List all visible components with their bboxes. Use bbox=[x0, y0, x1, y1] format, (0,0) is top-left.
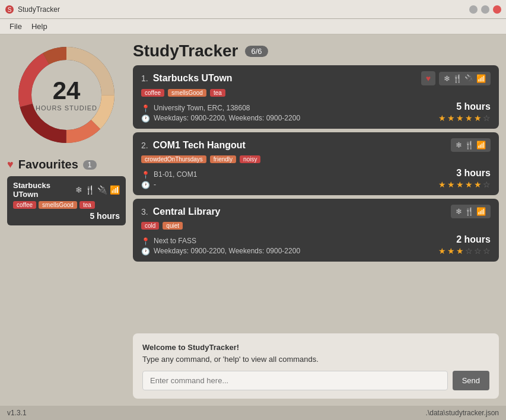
card-2-name-row: 2. COM1 Tech Hangout bbox=[141, 140, 246, 151]
card-3-wifi-icon: 📶 bbox=[476, 207, 486, 216]
clock-icon-2: 🕐 bbox=[141, 181, 150, 189]
card-2-address-line: 📍 B1-01, COM1 bbox=[141, 170, 197, 179]
card-3-tag-quiet: quiet bbox=[163, 222, 183, 230]
card-2-actions: ❄ 🍴 📶 bbox=[451, 138, 491, 152]
card-1-amenities: ❄ 🍴 🔌 📶 bbox=[439, 72, 491, 85]
card-2-tags: crowdedOnThursdays friendly noisy bbox=[141, 155, 491, 163]
star-3: ★ bbox=[456, 113, 464, 123]
card-2-tag-friendly: friendly bbox=[210, 155, 236, 163]
card-1-wifi-icon: 📶 bbox=[476, 74, 486, 83]
card-2-tag-noisy: noisy bbox=[240, 155, 260, 163]
star-2-6: ☆ bbox=[483, 180, 491, 189]
star-4: ★ bbox=[465, 113, 473, 123]
star-3-3: ★ bbox=[456, 246, 464, 256]
card-3-stars: ★ ★ ★ ☆ ☆ ☆ bbox=[438, 246, 491, 256]
close-button[interactable] bbox=[493, 5, 501, 14]
star-5: ★ bbox=[474, 113, 482, 123]
clock-icon: 🕐 bbox=[141, 114, 150, 123]
welcome-line1: Welcome to StudyTracker! bbox=[142, 343, 239, 352]
favourites-header: ♥ Favourites 1 bbox=[7, 158, 126, 171]
card-3-number: 3. bbox=[141, 207, 148, 217]
command-input[interactable] bbox=[142, 371, 448, 390]
card-1-food-icon: 🍴 bbox=[453, 74, 462, 83]
fav-amenity-power-icon: 🔌 bbox=[97, 185, 107, 195]
file-path-label: .\data\studytracker.json bbox=[426, 409, 499, 417]
card-3-actions: ❄ 🍴 📶 bbox=[451, 205, 491, 218]
card-2-wifi-icon: 📶 bbox=[476, 141, 486, 149]
fav-hours: 5 hours bbox=[13, 211, 120, 221]
card-3-info-right: 2 hours ★ ★ ★ ☆ ☆ ☆ bbox=[438, 234, 491, 256]
card-2-cold-icon: ❄ bbox=[456, 141, 462, 149]
star-3-6: ☆ bbox=[483, 246, 491, 256]
donut-chart: 24 HOURS STUDIED bbox=[13, 42, 120, 148]
card-2-info: 📍 B1-01, COM1 🕐 - 3 hours ★ ★ bbox=[141, 168, 491, 189]
command-panel: Welcome to StudyTracker! Type any comman… bbox=[133, 333, 499, 399]
menu-file[interactable]: File bbox=[5, 21, 27, 32]
card-1-info-right: 5 hours ★ ★ ★ ★ ★ ☆ bbox=[438, 101, 491, 123]
location-card-3: 3. Central Library ❄ 🍴 📶 cold quiet bbox=[133, 199, 499, 262]
star-2-2: ★ bbox=[447, 180, 455, 189]
location-pin-icon-2: 📍 bbox=[141, 171, 150, 179]
card-3-cold-icon: ❄ bbox=[456, 207, 462, 216]
card-1-tag-coffee: coffee bbox=[141, 89, 164, 97]
card-3-tags: cold quiet bbox=[141, 222, 491, 230]
restore-button[interactable] bbox=[481, 5, 489, 14]
star-3-2: ★ bbox=[447, 246, 455, 256]
card-2-stars: ★ ★ ★ ★ ★ ☆ bbox=[438, 180, 491, 189]
location-pin-icon: 📍 bbox=[141, 104, 150, 113]
card-1-tag-smells: smellsGood bbox=[168, 89, 206, 97]
donut-center: 24 HOURS STUDIED bbox=[36, 78, 97, 112]
card-1-stars: ★ ★ ★ ★ ★ ☆ bbox=[438, 113, 491, 123]
card-1-info-left: 📍 University Town, ERC, 138608 🕐 Weekday… bbox=[141, 104, 300, 123]
card-3-amenities: ❄ 🍴 📶 bbox=[451, 205, 491, 218]
command-input-row: Send bbox=[142, 371, 489, 390]
donut-label: HOURS STUDIED bbox=[36, 104, 97, 112]
card-1-top: 1. Starbucks UTown ♥ ❄ 🍴 🔌 📶 bbox=[141, 71, 491, 85]
card-1-heart-button[interactable]: ♥ bbox=[421, 71, 435, 85]
minimize-button[interactable] bbox=[469, 5, 478, 14]
title-bar-title: StudyTracker bbox=[18, 5, 469, 14]
location-pin-icon-3: 📍 bbox=[141, 237, 150, 246]
star-2-5: ★ bbox=[474, 180, 482, 189]
card-2-hours-op: - bbox=[154, 180, 156, 189]
card-2-address: B1-01, COM1 bbox=[154, 170, 197, 179]
fav-card-name: Starbucks UTown bbox=[13, 181, 75, 199]
card-1-name-row: 1. Starbucks UTown bbox=[141, 73, 233, 84]
fav-amenity-food-icon: 🍴 bbox=[85, 185, 95, 195]
card-3-name-row: 3. Central Library bbox=[141, 206, 221, 217]
menu-help[interactable]: Help bbox=[27, 21, 52, 32]
star-2-3: ★ bbox=[456, 180, 464, 189]
star-2-4: ★ bbox=[465, 180, 473, 189]
card-1-power-icon: 🔌 bbox=[464, 74, 474, 83]
donut-hours: 24 bbox=[36, 78, 97, 103]
location-card-1: 1. Starbucks UTown ♥ ❄ 🍴 🔌 📶 c bbox=[133, 65, 499, 129]
star-1: ★ bbox=[438, 113, 446, 123]
svg-text:S: S bbox=[8, 7, 12, 13]
card-3-name: Central Library bbox=[153, 206, 221, 217]
menu-bar: File Help bbox=[0, 19, 506, 34]
version-label: v1.3.1 bbox=[7, 409, 27, 417]
title-bar-controls bbox=[469, 5, 501, 14]
main-content: 24 HOURS STUDIED ♥ Favourites 1 Starbuck… bbox=[0, 34, 506, 406]
command-welcome: Welcome to StudyTracker! Type any comman… bbox=[142, 342, 489, 365]
card-3-info-left: 📍 Next to FASS 🕐 Weekdays: 0900-2200, We… bbox=[141, 237, 300, 256]
card-3-food-icon: 🍴 bbox=[464, 207, 474, 216]
card-1-info: 📍 University Town, ERC, 138608 🕐 Weekday… bbox=[141, 101, 491, 123]
card-3-info: 📍 Next to FASS 🕐 Weekdays: 0900-2200, We… bbox=[141, 234, 491, 256]
card-2-info-left: 📍 B1-01, COM1 🕐 - bbox=[141, 170, 197, 189]
card-2-food-icon: 🍴 bbox=[464, 141, 474, 149]
location-card-2: 2. COM1 Tech Hangout ❄ 🍴 📶 crowdedOnThur… bbox=[133, 132, 499, 195]
card-1-study-hours: 5 hours bbox=[438, 101, 491, 112]
favourites-section: ♥ Favourites 1 Starbucks UTown ❄ 🍴 🔌 📶 c… bbox=[7, 158, 126, 225]
left-panel: 24 HOURS STUDIED ♥ Favourites 1 Starbuck… bbox=[7, 42, 126, 399]
fav-amenity-cold-icon: ❄ bbox=[75, 185, 82, 195]
send-button[interactable]: Send bbox=[453, 371, 489, 390]
star-6: ☆ bbox=[483, 113, 491, 123]
card-2-info-right: 3 hours ★ ★ ★ ★ ★ ☆ bbox=[438, 168, 491, 189]
fav-tag-tea: tea bbox=[79, 201, 95, 209]
card-2-tag-crowded: crowdedOnThursdays bbox=[141, 155, 206, 163]
fav-card: Starbucks UTown ❄ 🍴 🔌 📶 coffee smellsGoo… bbox=[7, 176, 126, 225]
card-1-tag-tea: tea bbox=[210, 89, 225, 97]
app-title-row: StudyTracker 6/6 bbox=[133, 42, 499, 61]
favourites-title: Favourites bbox=[18, 158, 78, 171]
